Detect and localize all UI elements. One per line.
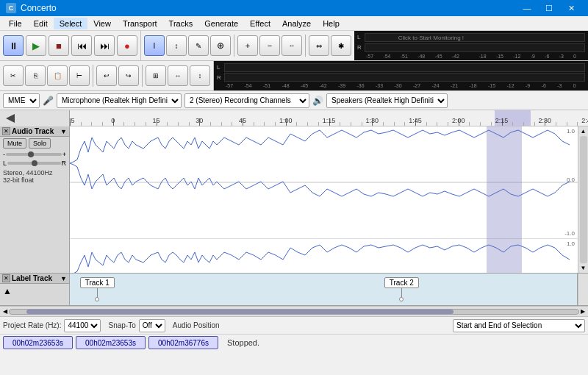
project-rate-select[interactable]: 44100 [64,319,101,332]
time-input-2[interactable] [76,336,146,349]
ruler-label: 30 [196,117,203,124]
track-info-depth: 32-bit float [3,176,66,184]
horizontal-scrollbar[interactable]: ◀ ▶ [0,306,588,316]
audio-track-controls: ✕ Audio Track ▼ Mute Solo - + L [0,126,70,273]
menu-analyze[interactable]: Analyze [276,18,317,29]
scroll-up[interactable]: ▲ [581,128,587,135]
output-device-select[interactable]: Speakers (Realtek High Definiti [326,93,448,108]
zoom-in-button[interactable]: + [237,35,258,56]
audio-track-menu[interactable]: ▼ [60,128,67,135]
solo-button[interactable]: Solo [29,138,51,149]
ruler-minor-tick [275,122,276,126]
menu-select[interactable]: Select [54,18,88,29]
label-track-row: ✕ Label Track ▼ ▲ Track 1 Track 2 [0,274,588,306]
ruler-minor-tick [362,122,362,126]
mute-button[interactable]: Mute [3,138,26,149]
ruler-minor-tick [404,122,405,126]
record-button[interactable]: ● [117,35,137,56]
hscroll-track[interactable] [9,309,579,315]
copy-button[interactable]: ⎘ [25,65,46,86]
selection-mode-select[interactable]: Start and End of Selection [453,319,585,332]
draw-tool-button[interactable]: ✎ [188,35,209,56]
label-track-close[interactable]: ✕ [2,274,10,282]
time-input-3[interactable] [148,336,218,349]
app-title: Concerto [21,3,516,13]
menu-file[interactable]: File [3,18,28,29]
zoom-tool-button[interactable]: ⊕ [210,35,231,56]
undo-button[interactable]: ↩ [96,65,117,86]
time-input-1[interactable] [3,336,73,349]
multi-tool-button[interactable]: ✱ [331,35,351,56]
menu-view[interactable]: View [87,18,117,29]
waveform-display: 1.0 0.0 -1.0 1.0 0.0 -1.0 [70,126,578,273]
skip-end-button[interactable]: ⏭ [94,35,115,56]
redo-button[interactable]: ↪ [118,65,139,86]
hscroll-right[interactable]: ▶ [579,308,587,315]
label1-dot [95,297,99,301]
scroll-thumb[interactable] [580,136,587,263]
menu-effect[interactable]: Effect [244,18,276,29]
hscroll-left[interactable]: ◀ [1,308,9,315]
ruler-minor-tick [210,122,211,126]
toolbars-row2: ✂ ⎘ 📋 ⊢ ↩ ↪ ⊞ ↔ ↕ L R -57 -54 -51 -48 -4… [0,61,588,91]
select-tool-button[interactable]: I [144,35,165,56]
label2-line [401,288,402,297]
gain-slider-track[interactable] [6,153,62,156]
snap-to-select[interactable]: Off [139,319,165,332]
paste-button[interactable]: 📋 [47,65,68,86]
transport-toolbar: ⏸ ▶ ■ ⏮ ⏭ ● [0,31,141,60]
statusbar: Project Rate (Hz): 44100 Snap-To Off Aud… [0,316,588,353]
audio-host-select[interactable]: MME [3,93,40,108]
menu-transport[interactable]: Transport [117,18,163,29]
label2-text[interactable]: Track 2 [384,277,419,288]
skip-start-button[interactable]: ⏮ [71,35,92,56]
gain-minus: - [3,151,5,158]
label-expand-button[interactable]: ▲ [3,286,12,296]
pan-slider-thumb[interactable] [32,160,37,166]
audio-track-title: Audio Track [12,127,54,135]
zoom-fit-button[interactable]: ↔ [168,65,188,86]
ruler-minor-tick [102,122,103,126]
ruler-minor-tick [221,122,222,126]
zoom-norm-button[interactable]: ↕ [190,65,210,86]
pan-slider-track[interactable] [7,162,60,165]
label-track-menu[interactable]: ▼ [60,275,67,282]
play-button[interactable]: ▶ [26,35,46,56]
minimize-button[interactable]: — [516,0,538,16]
close-button[interactable]: ✕ [560,0,582,16]
label2-marker: Track 2 [384,277,419,301]
hscroll-thumb[interactable] [26,310,453,314]
timeshift-tool-button[interactable]: ⇔ [309,35,329,56]
ruler-label: 1:15 [323,117,336,124]
vu-click-to-start[interactable]: Click to Start Monitoring ! [398,34,464,40]
trim-button[interactable]: ⊢ [69,65,90,86]
ruler-minor-tick [146,122,146,126]
menu-edit[interactable]: Edit [28,18,54,29]
fit-project-button[interactable]: ↔ [282,35,302,56]
cut-button[interactable]: ✂ [3,65,24,86]
pause-button[interactable]: ⏸ [3,35,24,56]
audio-track-close[interactable]: ✕ [2,127,10,135]
menu-generate[interactable]: Generate [198,18,244,29]
ruler-minor-tick [512,122,513,126]
ch1-scale-bot: -1.0 [564,230,575,237]
scroll-down[interactable]: ▼ [581,265,587,271]
ruler-label: 15 [152,117,159,124]
audio-position-label: Audio Position [173,321,220,329]
ruler-minor-tick [491,122,492,126]
label1-text[interactable]: Track 1 [80,277,115,288]
input-device-select[interactable]: Microphone (Realtek High Defini [57,93,182,108]
stop-button[interactable]: ■ [49,35,69,56]
gain-slider-thumb[interactable] [28,151,34,157]
maximize-button[interactable]: ☐ [538,0,560,16]
menu-help[interactable]: Help [317,18,345,29]
menu-tracks[interactable]: Tracks [163,18,199,29]
channels-select[interactable]: 2 (Stereo) Recording Channels [184,93,309,108]
ruler-left-pad [0,110,70,126]
ruler-minor-tick [167,122,168,126]
zoom-out-button[interactable]: − [259,35,280,56]
zoom-sel-button[interactable]: ⊞ [146,65,166,86]
app-icon: C [6,3,16,13]
vertical-scrollbar[interactable]: ▲ ▼ [578,126,588,273]
envelope-tool-button[interactable]: ↕ [166,35,187,56]
